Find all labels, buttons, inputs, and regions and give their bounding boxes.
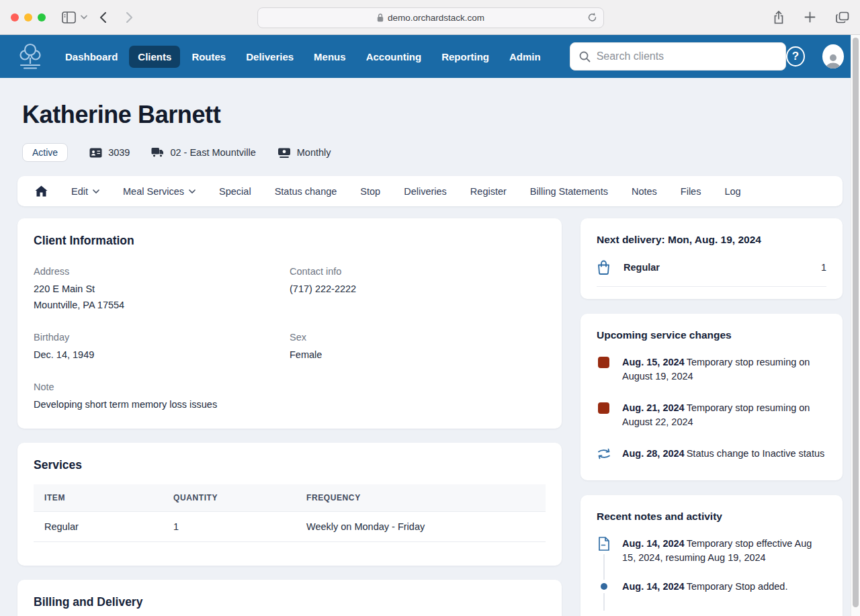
service-quantity-cell: 1 (163, 511, 296, 541)
nav-item-menus[interactable]: Menus (305, 46, 355, 68)
share-icon[interactable] (773, 11, 784, 24)
next-delivery-title: Next delivery: Mon, Aug. 19, 2024 (597, 234, 826, 246)
search-input[interactable] (597, 50, 777, 62)
action-stop[interactable]: Stop (360, 186, 380, 197)
reload-icon[interactable] (587, 12, 597, 23)
nav-item-accounting[interactable]: Accounting (357, 46, 431, 68)
new-tab-icon[interactable] (804, 11, 816, 23)
service-item-cell: Regular (34, 511, 163, 541)
action-edit[interactable]: Edit (71, 186, 99, 197)
client-badges: Active 3039 02 - East Mountville Monthly (22, 143, 843, 162)
route-badge: 02 - East Mountville (151, 147, 255, 158)
action-register[interactable]: Register (470, 186, 507, 197)
action-notes[interactable]: Notes (632, 186, 657, 197)
sidebar-chevron-down-icon[interactable] (81, 15, 87, 19)
table-row[interactable]: Regular 1 Weekly on Monday - Friday (34, 511, 546, 541)
note-value: Developing short term memory loss issues (34, 397, 546, 413)
swap-arrows-icon (597, 447, 611, 461)
billing-and-delivery-card: Billing and Delivery (17, 580, 562, 616)
address-bar[interactable]: demo.orchardstack.com (257, 7, 604, 28)
services-card: Services ITEM QUANTITY FREQUENCY Regular… (17, 443, 562, 566)
truck-icon (151, 147, 164, 158)
event-text: Status change to Inactive status (687, 448, 825, 459)
delivery-item-quantity: 1 (821, 262, 826, 273)
birthday-value: Dec. 14, 1949 (34, 347, 290, 363)
nav-item-reporting[interactable]: Reporting (433, 46, 498, 68)
action-special[interactable]: Special (219, 186, 251, 197)
service-frequency-cell: Weekly on Monday - Friday (296, 511, 546, 541)
nav-item-dashboard[interactable]: Dashboard (56, 46, 126, 68)
sex-field: Sex Female (290, 332, 546, 363)
list-item: Aug. 21, 2024Temporary stop resuming on … (597, 401, 826, 429)
nav-item-deliveries[interactable]: Deliveries (237, 46, 302, 68)
chevron-down-icon (189, 189, 196, 193)
action-meal-services[interactable]: Meal Services (123, 186, 196, 197)
event-date: Aug. 21, 2024 (622, 402, 685, 413)
client-id-badge: 3039 (89, 147, 130, 158)
minimize-window-button[interactable] (24, 13, 32, 21)
zoom-window-button[interactable] (38, 13, 46, 21)
list-item: Aug. 28, 2024Status change to Inactive s… (597, 447, 826, 461)
client-name-heading: Katherine Barnett (22, 101, 843, 129)
forward-button-icon[interactable] (126, 11, 133, 24)
status-badge[interactable]: Active (22, 143, 68, 162)
nav-item-admin[interactable]: Admin (501, 46, 550, 68)
action-status-change[interactable]: Status change (275, 186, 337, 197)
shopping-bag-icon (597, 260, 611, 275)
recent-notes-card: Recent notes and activity Aug. 14, 2024T… (580, 495, 843, 616)
nav-item-routes[interactable]: Routes (183, 46, 234, 68)
event-text: Temporary Stop added. (687, 581, 788, 592)
sidebar-toggle-icon[interactable] (62, 11, 76, 24)
action-edit-label: Edit (71, 186, 88, 197)
sex-value: Female (290, 347, 546, 363)
back-button-icon[interactable] (99, 11, 107, 24)
services-col-frequency: FREQUENCY (296, 484, 546, 512)
list-item: Aug. 14, 2024Temporary stop effective Au… (597, 537, 826, 580)
home-button[interactable] (35, 185, 48, 197)
url-text: demo.orchardstack.com (388, 13, 484, 23)
event-date: Aug. 15, 2024 (622, 357, 685, 367)
id-card-icon (89, 148, 102, 158)
action-log[interactable]: Log (724, 186, 740, 197)
note-field: Note Developing short term memory loss i… (34, 382, 546, 413)
billing-cycle-badge: Monthly (277, 147, 331, 158)
activity-dot-icon (601, 583, 607, 590)
client-information-card: Client Information Address 220 E Main St… (17, 218, 562, 429)
event-date: Aug. 28, 2024 (622, 448, 685, 459)
tab-overview-icon[interactable] (836, 11, 849, 24)
recent-notes-title: Recent notes and activity (597, 511, 826, 523)
scrollbar-thumb[interactable] (853, 38, 859, 607)
action-files[interactable]: Files (681, 186, 701, 197)
contact-field: Contact info (717) 222-2222 (290, 266, 546, 314)
nav-item-clients[interactable]: Clients (129, 46, 180, 68)
lock-icon (377, 13, 384, 22)
orchard-tree-logo-icon[interactable] (16, 42, 44, 71)
nav-links: Dashboard Clients Routes Deliveries Menu… (56, 46, 550, 68)
address-line2: Mountville, PA 17554 (34, 298, 290, 314)
home-icon (35, 185, 48, 197)
action-deliveries[interactable]: Deliveries (404, 186, 447, 197)
client-search[interactable] (570, 42, 787, 71)
billing-and-delivery-title: Billing and Delivery (34, 595, 546, 609)
stop-square-icon (598, 357, 609, 368)
phone-value: (717) 222-2222 (290, 281, 546, 298)
close-window-button[interactable] (11, 13, 19, 21)
banknote-icon (277, 148, 291, 158)
services-col-item: ITEM (34, 484, 163, 512)
birthday-field: Birthday Dec. 14, 1949 (34, 332, 290, 363)
help-icon[interactable]: ? (786, 46, 804, 67)
next-delivery-row: Regular 1 (597, 260, 826, 287)
browser-chrome: demo.orchardstack.com (0, 0, 860, 35)
list-item: Aug. 14, 2024Temporary Stop added. (597, 580, 826, 611)
event-date: Aug. 14, 2024 (622, 581, 685, 592)
scrollbar-track[interactable] (851, 35, 860, 616)
delivery-item-name: Regular (624, 262, 660, 273)
note-label: Note (34, 382, 546, 392)
user-avatar[interactable] (822, 44, 844, 69)
client-action-bar: Edit Meal Services Special Status change… (17, 176, 843, 206)
services-col-quantity: QUANTITY (163, 484, 296, 512)
action-billing-statements[interactable]: Billing Statements (530, 186, 608, 197)
birthday-label: Birthday (34, 332, 290, 343)
search-icon (579, 51, 591, 62)
note-document-icon (598, 537, 610, 551)
